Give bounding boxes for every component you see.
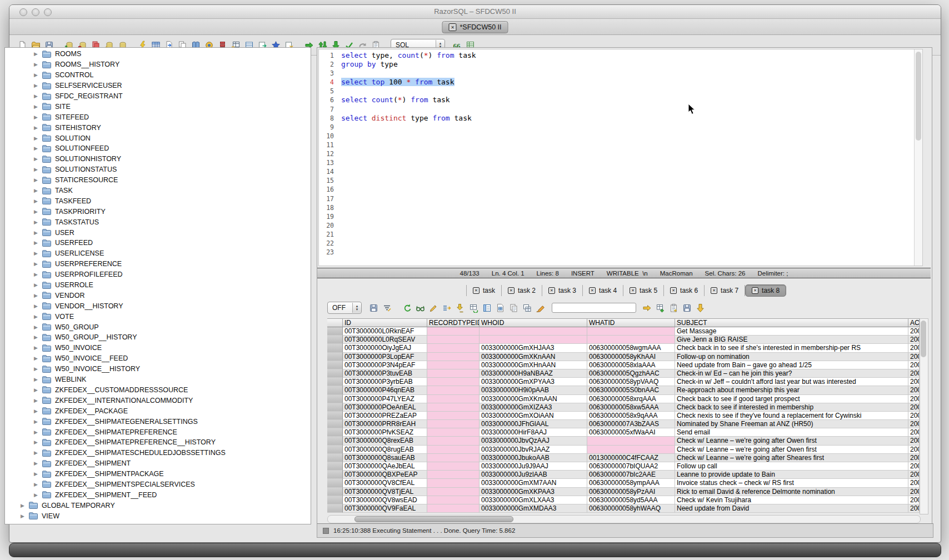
grid-cell[interactable]: 200 (908, 428, 920, 437)
disclosure-triangle-icon[interactable]: ▶ (34, 366, 42, 372)
disclosure-triangle-icon[interactable]: ▶ (34, 198, 42, 204)
result-tab-task-8[interactable]: ✕task 8 (745, 284, 786, 297)
code-line[interactable] (341, 69, 914, 78)
tab-close-icon[interactable]: ✕ (711, 287, 717, 294)
code-line[interactable] (341, 123, 914, 132)
grid-cell[interactable]: Send email (675, 428, 908, 437)
tree-item[interactable]: ▶ZKFEDEX__SHIPMATEPREFERENCE__HISTORY (5, 437, 311, 448)
grid-cell[interactable]: Check back to see if interested in membe… (675, 403, 908, 412)
grid-cell[interactable] (427, 471, 480, 479)
grid-cell[interactable]: 0033000000JFhGlAAL (480, 420, 587, 428)
disclosure-triangle-icon[interactable]: ▶ (34, 408, 42, 414)
tree-item[interactable]: ▶ROOMS__HISTORY (5, 59, 311, 70)
tree-item[interactable]: ▶TASKPRIORITY (5, 206, 311, 217)
grid-cell[interactable] (587, 336, 675, 344)
grid-cell[interactable]: 00T3000000QV8wsEAD (343, 496, 427, 504)
tree-item[interactable]: ▶SCONTROL (5, 70, 311, 81)
tree-item[interactable]: ▶USERPREFERENCE (5, 259, 311, 269)
disclosure-triangle-icon[interactable]: ▶ (34, 251, 42, 256)
row-number-cell[interactable] (327, 386, 343, 394)
code-line[interactable] (341, 248, 914, 257)
row-number-cell[interactable] (327, 437, 343, 445)
code-line[interactable] (341, 212, 914, 221)
row-number-cell[interactable] (327, 420, 343, 428)
grid-cell[interactable] (427, 353, 480, 361)
grid-cell[interactable] (427, 496, 480, 504)
grid-cell[interactable]: 200 (908, 471, 920, 479)
code-line[interactable] (341, 141, 914, 149)
grid-cell[interactable]: 00630000005QgzhAAC (587, 369, 675, 378)
code-line[interactable] (341, 167, 914, 176)
save-grid-icon[interactable] (682, 303, 692, 313)
limit-combobox[interactable]: OFF ▲▼ (327, 302, 362, 314)
grid-cell[interactable]: 200 (908, 378, 920, 386)
tab-close-icon[interactable]: ✕ (473, 287, 480, 294)
grid-cell[interactable]: 00T3000000OiyJgEAJ (343, 344, 427, 352)
row-number-cell[interactable] (327, 403, 343, 412)
disclosure-triangle-icon[interactable]: ▶ (34, 230, 42, 236)
grid-cell[interactable]: Get Massage (675, 327, 908, 336)
disclosure-triangle-icon[interactable]: ▶ (34, 72, 42, 78)
tree-item[interactable]: ▶USERROLE (5, 280, 311, 291)
disclosure-triangle-icon[interactable]: ▶ (34, 272, 42, 277)
grid-cell[interactable]: 200 (908, 462, 920, 471)
disclosure-triangle-icon[interactable]: ▶ (34, 136, 42, 141)
grid-cell[interactable]: 00T3000000QBXPeEAP (343, 471, 427, 479)
row-number-cell[interactable] (327, 488, 343, 496)
tree-item[interactable]: ▶SITEFEED (5, 112, 311, 122)
row-number-cell[interactable] (327, 428, 343, 437)
grid-cell[interactable]: 00T3000000L0RqSEAV (343, 336, 427, 344)
grid-cell[interactable]: 0033000000JbvQzAAJ (480, 437, 587, 445)
grid-cell[interactable]: 0033000000JbvRJAAZ (480, 446, 587, 454)
grid-cell[interactable]: 00T3000000QAeJbEAL (343, 462, 427, 471)
tab-close-icon[interactable]: ✕ (670, 287, 677, 294)
tree-item[interactable]: ▶W50_INVOICE__FEED (5, 353, 311, 364)
grid-cell[interactable]: 00T3000000QV8TjEAL (343, 488, 427, 496)
grid-cell[interactable] (427, 361, 480, 369)
grid-cell[interactable]: Check w/ Leanne – we're going after Shea… (675, 454, 908, 462)
grid-cell[interactable] (587, 437, 675, 445)
tree-item[interactable]: ▶VIEW (5, 511, 311, 521)
disclosure-triangle-icon[interactable]: ▶ (34, 324, 42, 330)
row-number-cell[interactable] (327, 336, 343, 344)
disclosure-triangle-icon[interactable]: ▶ (34, 282, 42, 288)
grid-cell[interactable]: 00630000005xfWaAAI (587, 428, 675, 437)
tree-item[interactable]: ▶ZKFEDEX__INTERNATIONALCOMMODITY (5, 395, 311, 406)
grid-cell[interactable]: Check nexis to see if they've found a re… (675, 412, 908, 420)
grid-cell[interactable]: 006300000058xw5AAA (587, 403, 675, 412)
code-line[interactable] (341, 87, 914, 96)
grid-cell[interactable]: 00T3000000P3yrbEAB (343, 378, 427, 386)
result-tab-task-4[interactable]: ✕task 4 (583, 285, 623, 296)
grid-cell[interactable]: 006300000058ypVAAQ (587, 378, 675, 386)
grid-cell[interactable]: 006300000058ympAAA (587, 479, 675, 487)
sort-filter-icon[interactable] (382, 303, 392, 313)
grid-cell[interactable] (427, 437, 480, 445)
grid-cell[interactable] (427, 412, 480, 420)
search-go-icon[interactable] (642, 303, 652, 313)
tree-item[interactable]: ▶SFDC_REGISTRANT (5, 91, 311, 102)
tree-item[interactable]: ▶SOLUTIONFEED (5, 143, 311, 154)
result-tab-task-3[interactable]: ✕task 3 (542, 285, 583, 296)
edit-cell-pencil-icon[interactable] (428, 303, 439, 313)
script-page-icon[interactable] (495, 303, 506, 313)
disclosure-triangle-icon[interactable]: ▶ (34, 156, 42, 162)
tab-close-icon[interactable]: ✕ (630, 287, 636, 294)
tree-item[interactable]: ▶ZKFEDEX__SHIPMATESCHEDULEDJOBSSETTINGS (5, 448, 311, 458)
code-line[interactable] (341, 230, 914, 239)
tree-item[interactable]: ▶W50_INVOICE (5, 343, 311, 353)
tree-item[interactable]: ▶USERPROFILEFEED (5, 269, 311, 280)
grid-cell[interactable]: Give Jenn a BIG RAISE (675, 336, 908, 344)
grid-cell[interactable]: Follow-up on nomination (675, 353, 908, 361)
row-number-cell[interactable] (327, 412, 343, 420)
tab-close-icon[interactable]: ✕ (548, 287, 555, 294)
grid-vertical-scrollbar[interactable] (920, 318, 928, 514)
grid-cell[interactable] (427, 344, 480, 352)
grid-cell[interactable] (480, 336, 587, 344)
tree-item[interactable]: ▶W50_INVOICE__HISTORY (5, 364, 311, 374)
grid-cell[interactable]: Check-in w/ Ed – can he join this year? (675, 369, 908, 378)
disclosure-triangle-icon[interactable]: ▶ (34, 293, 42, 298)
grid-cell[interactable] (427, 488, 480, 496)
grid-cell[interactable]: 0013000000C4fFCAAZ (587, 454, 675, 462)
code-line[interactable] (341, 194, 914, 203)
grid-cell[interactable]: 006300000058yd5AAA (587, 496, 675, 504)
